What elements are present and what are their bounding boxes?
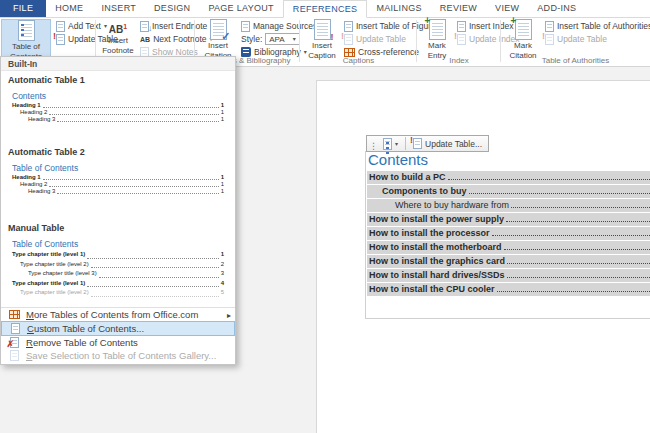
dot-leader — [492, 235, 650, 236]
preview-title: Table of Contents — [12, 163, 224, 174]
insert-index-icon — [457, 21, 466, 32]
toc-entries: How to build a PC Components to buy Wher… — [367, 171, 650, 297]
update-table-icon — [56, 34, 65, 45]
style-dropdown[interactable]: APA — [265, 33, 299, 45]
update-table-field-button[interactable]: Update Table... — [411, 136, 484, 151]
mark-citation-button[interactable]: Mark Citation — [503, 19, 543, 56]
save-gallery-icon — [10, 350, 19, 361]
gallery-item-automatic-table-1[interactable]: Contents Heading 11 Heading 21 Heading 3… — [9, 89, 227, 125]
tab-references[interactable]: REFERENCES — [283, 0, 368, 18]
gallery-item-automatic-table-2[interactable]: Table of Contents Heading 11 Heading 21 … — [9, 161, 227, 197]
toc-heading[interactable]: Contents — [368, 151, 428, 168]
tab-insert[interactable]: INSERT — [92, 0, 145, 17]
insert-table-of-authorities-button[interactable]: Insert Table of Authorities — [545, 20, 650, 32]
insert-footnote-label: Insert Footnote — [102, 36, 134, 55]
custom-toc-icon — [11, 323, 20, 334]
dot-leader — [57, 121, 218, 122]
update-table-icon — [344, 34, 353, 45]
update-table-icon — [545, 34, 554, 45]
mark-citation-icon — [515, 19, 532, 40]
dot-leader — [49, 186, 218, 187]
ribbon-tab-bar: FILE HOME INSERT DESIGN PAGE LAYOUT REFE… — [0, 0, 650, 18]
section-label-automatic-table-2: Automatic Table 2 — [8, 147, 235, 158]
toc-entry[interactable]: How to install the graphics card — [367, 255, 650, 268]
toc-entry[interactable]: How to install the processor — [367, 227, 650, 240]
toc-entry[interactable]: How to install the power supply — [367, 213, 650, 226]
insert-table-of-authorities-icon — [545, 21, 554, 32]
mark-entry-icon — [429, 19, 446, 40]
tab-home[interactable]: HOME — [46, 0, 92, 17]
insert-footnote-button[interactable]: AB1 Insert Footnote — [98, 19, 138, 56]
update-index-icon — [457, 34, 466, 45]
office-com-tables-icon — [9, 310, 20, 319]
tab-file[interactable]: FILE — [0, 0, 46, 17]
update-table-authorities-button: Update Table — [545, 33, 650, 45]
chevron-down-icon — [395, 141, 398, 147]
tab-design[interactable]: DESIGN — [145, 0, 199, 17]
remove-toc-icon — [10, 337, 19, 348]
dot-leader — [57, 193, 218, 194]
insert-footnote-icon: AB1 — [109, 23, 127, 35]
tab-add-ins[interactable]: ADD-INS — [528, 0, 585, 17]
submenu-arrow-icon — [227, 309, 231, 320]
dot-leader — [507, 277, 650, 278]
section-label-automatic-table-1: Automatic Table 1 — [8, 75, 235, 86]
next-footnote-icon: AB — [140, 36, 150, 43]
tab-mailings[interactable]: MAILINGS — [367, 0, 430, 17]
insert-caption-icon — [314, 19, 331, 40]
menu-item-remove-table-of-contents[interactable]: Remove Table of Contents — [1, 336, 235, 350]
toc-field-icon — [383, 138, 392, 150]
insert-citation-icon — [210, 19, 227, 40]
update-table-icon — [413, 138, 422, 149]
dot-leader — [49, 114, 218, 115]
preview-title: Contents — [12, 91, 224, 102]
dot-leader — [511, 207, 650, 208]
dropdown-header: Built-In — [1, 57, 235, 71]
tab-page-layout[interactable]: PAGE LAYOUT — [199, 0, 282, 17]
manage-sources-icon — [241, 21, 250, 32]
toc-field-menu-button[interactable] — [381, 136, 400, 151]
dot-leader — [448, 179, 650, 180]
tab-view[interactable]: VIEW — [486, 0, 528, 17]
insert-caption-button[interactable]: Insert Caption — [302, 19, 342, 56]
dot-leader — [506, 221, 650, 222]
group-label-captions: Captions — [302, 55, 415, 66]
group-label-authorities: Table of Authorities — [503, 55, 648, 66]
insert-citation-button[interactable]: Insert Citation — [197, 19, 239, 56]
tab-review[interactable]: REVIEW — [431, 0, 486, 17]
dot-leader — [87, 286, 218, 287]
toc-entry[interactable]: Where to buy hardware from — [367, 199, 650, 212]
group-label-index: Index — [419, 55, 499, 66]
menu-item-more-tables-office-com[interactable]: More Tables of Contents from Office.com — [1, 308, 235, 322]
gallery-item-manual-table[interactable]: Table of Contents Type chapter title (le… — [9, 237, 227, 300]
toc-entry[interactable]: Components to buy — [367, 185, 650, 198]
preview-title: Table of Contents — [12, 239, 224, 250]
section-label-manual-table: Manual Table — [8, 223, 235, 234]
document-page[interactable]: Update Table... Contents How to build a … — [316, 80, 650, 433]
dot-leader — [91, 296, 219, 297]
toc-field-toolbar: Update Table... — [366, 135, 489, 152]
toc-entry[interactable]: How to install the CPU cooler — [367, 283, 650, 296]
chevron-down-icon — [293, 36, 296, 42]
insert-endnote-icon — [140, 21, 149, 32]
dot-leader — [504, 249, 650, 250]
insert-table-of-figures-icon — [344, 21, 353, 32]
drag-handle[interactable] — [369, 135, 378, 153]
dot-leader — [43, 179, 219, 180]
dot-leader — [87, 258, 218, 259]
table-of-contents-icon — [18, 20, 35, 41]
menu-item-save-selection-to-gallery: Save Selection to Table of Contents Gall… — [1, 349, 235, 363]
add-text-icon — [56, 21, 65, 32]
menu-item-custom-table-of-contents[interactable]: Custom Table of Contents... — [1, 321, 235, 336]
dot-leader — [99, 277, 219, 278]
mark-entry-button[interactable]: Mark Entry — [419, 19, 455, 56]
toc-entry[interactable]: How to build a PC — [367, 171, 650, 184]
dot-leader — [43, 107, 219, 108]
toc-entry[interactable]: How to install hard drives/SSDs — [367, 269, 650, 282]
dot-leader — [91, 267, 219, 268]
toc-entry[interactable]: How to install the motherboard — [367, 241, 650, 254]
table-of-contents-button[interactable]: Table of Contents — [1, 19, 51, 58]
dot-leader — [497, 291, 650, 292]
toolbar-divider — [405, 137, 406, 150]
dot-leader — [507, 263, 650, 264]
